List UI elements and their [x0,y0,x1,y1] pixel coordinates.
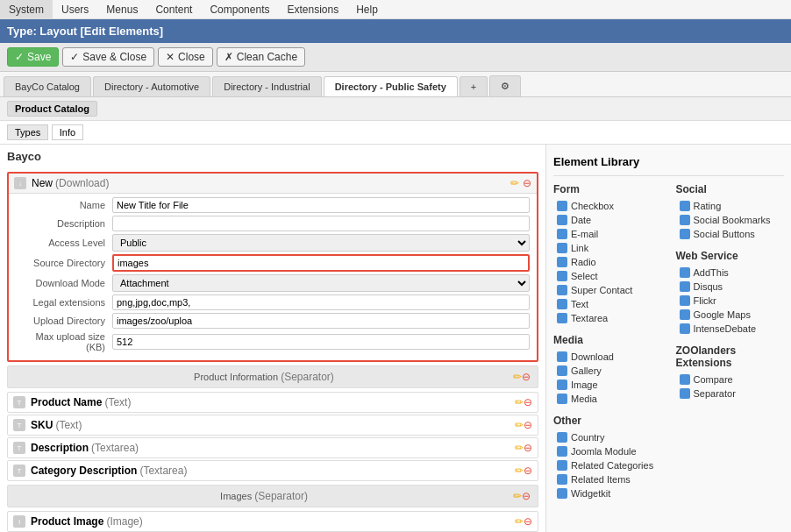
close-button[interactable]: ✕ Close [158,47,213,67]
tab-types[interactable]: Types [7,124,48,140]
lib-flickr[interactable]: Flickr [676,294,785,308]
save-close-button[interactable]: ✓ Save & Close [62,47,154,67]
lib-link[interactable]: Link [553,241,662,255]
product-image-delete-icon[interactable]: ⊖ [524,515,532,528]
widgetkit-icon [557,488,567,499]
delete-icon[interactable]: ⊖ [523,177,531,189]
form-row-description: Description [16,216,530,231]
menu-help[interactable]: Help [347,0,387,18]
product-info-separator: Product Information (Separator) ✏ ⊖ [7,365,538,388]
lib-download[interactable]: Download [553,350,662,364]
separator-delete-icon[interactable]: ⊖ [522,371,531,383]
description-element: T Description (Textarea) ✏ ⊖ [7,437,538,458]
sku-element: T SKU (Text) ✏ ⊖ [7,415,538,436]
menu-users[interactable]: Users [53,0,97,18]
lib-intensedebate[interactable]: IntenseDebate [676,322,785,336]
name-input[interactable] [112,197,530,213]
menu-extensions[interactable]: Extensions [278,0,347,18]
upload-dir-input[interactable] [112,313,530,329]
lib-image[interactable]: Image [553,378,662,392]
product-image-edit-icon[interactable]: ✏ [515,515,524,528]
input-download: Attachment [112,274,530,292]
product-name-edit-icon[interactable]: ✏ [515,396,524,408]
lib-zoolanders-title: ZOOlanders Extensions [676,344,785,369]
menu-components[interactable]: Components [201,0,278,18]
tab-info[interactable]: Info [52,124,83,140]
lib-related-categories[interactable]: Related Categories [553,458,662,472]
cat-desc-delete-icon[interactable]: ⊖ [524,465,532,477]
lib-related-items[interactable]: Related Items [553,472,662,486]
lib-checkbox[interactable]: Checkbox [553,199,662,213]
cat-desc-edit-icon[interactable]: ✏ [515,465,524,477]
lib-gallery[interactable]: Gallery [553,364,662,378]
form-row-access: Access Level Public [16,234,530,252]
lib-compare[interactable]: Compare [676,372,785,387]
desc-edit-icon[interactable]: ✏ [515,442,524,454]
max-size-input[interactable] [112,334,530,350]
sku-edit-icon[interactable]: ✏ [515,419,524,431]
menu-menus[interactable]: Menus [97,0,146,18]
product-image-icon: I [13,515,25,528]
lib-textarea[interactable]: Textarea [553,311,662,325]
desc-delete-icon[interactable]: ⊖ [524,442,532,454]
menu-content[interactable]: Content [146,0,201,18]
images-sep-delete-icon[interactable]: ⊖ [522,490,531,502]
save-button[interactable]: ✓ Save [7,47,59,67]
email-icon [557,229,567,239]
lib-media-section: Media Download Gallery Image Media [553,334,662,406]
desc-icon: T [13,442,25,454]
lib-super-contact[interactable]: Super Contact [553,283,662,297]
tab-add[interactable]: + [460,76,488,96]
tab-settings[interactable]: ⚙ [489,75,521,96]
description-input[interactable] [112,216,530,231]
lib-email[interactable]: E-mail [553,227,662,241]
separator-edit-icon[interactable]: ✏ [513,371,522,383]
google-maps-icon [680,309,690,320]
source-dir-input[interactable] [112,254,530,272]
lib-zoolanders-section: ZOOlanders Extensions Compare Separator [676,344,785,401]
product-catalog-button[interactable]: Product Catalog [7,101,97,117]
separator-icon [680,388,690,399]
tab-directory-industrial[interactable]: Directory - Industrial [212,76,321,96]
lib-disqus[interactable]: Disqus [676,280,785,294]
lib-social-bookmarks[interactable]: Social Bookmarks [676,213,785,227]
lib-radio[interactable]: Radio [553,255,662,269]
lib-form-title: Form [553,183,662,195]
lib-rating[interactable]: Rating [676,199,785,213]
sub-toolbar: Product Catalog [0,97,791,121]
date-icon [557,215,567,225]
lib-addthis[interactable]: AddThis [676,266,785,280]
element-actions: ✏ ⊖ [510,177,531,189]
lib-date[interactable]: Date [553,213,662,227]
library-title: Element Library [553,152,784,176]
access-select[interactable]: Public [112,234,530,252]
element-form: Name Description Access Level Public Sou… [9,194,537,360]
lib-select[interactable]: Select [553,269,662,283]
text-element-icon: T [13,396,25,408]
tab-directory-automotive[interactable]: Directory - Automotive [93,76,210,96]
tab-directory-public-safety[interactable]: Directory - Public Safety [324,76,458,96]
media-icon [557,394,567,404]
lib-separator[interactable]: Separator [676,387,785,401]
tab-bayco-catalog[interactable]: BayCo Catalog [4,76,91,96]
image-icon [557,379,567,390]
lib-google-maps[interactable]: Google Maps [676,308,785,322]
lib-widgetkit[interactable]: Widgetkit [553,486,662,500]
clean-cache-button[interactable]: ✗ Clean Cache [217,47,305,67]
input-source [112,254,530,272]
extensions-input[interactable] [112,294,530,310]
lib-social-buttons[interactable]: Social Buttons [676,227,785,241]
menu-system[interactable]: System [0,0,53,18]
lib-media[interactable]: Media [553,392,662,406]
label-extensions: Legal extensions [16,297,112,308]
sku-delete-icon[interactable]: ⊖ [524,419,532,431]
lib-country[interactable]: Country [553,430,662,444]
lib-web-service-section: Web Service AddThis Disqus Flickr Google… [676,250,785,336]
download-mode-select[interactable]: Attachment [112,274,530,292]
product-name-delete-icon[interactable]: ⊖ [524,396,532,408]
images-sep-edit-icon[interactable]: ✏ [513,490,522,502]
edit-icon[interactable]: ✏ [510,177,519,189]
lib-joomla-module[interactable]: Joomla Module [553,444,662,458]
lib-text[interactable]: Text [553,297,662,311]
lib-form-section: Form Checkbox Date E-mail Link Radio Sel… [553,183,662,325]
